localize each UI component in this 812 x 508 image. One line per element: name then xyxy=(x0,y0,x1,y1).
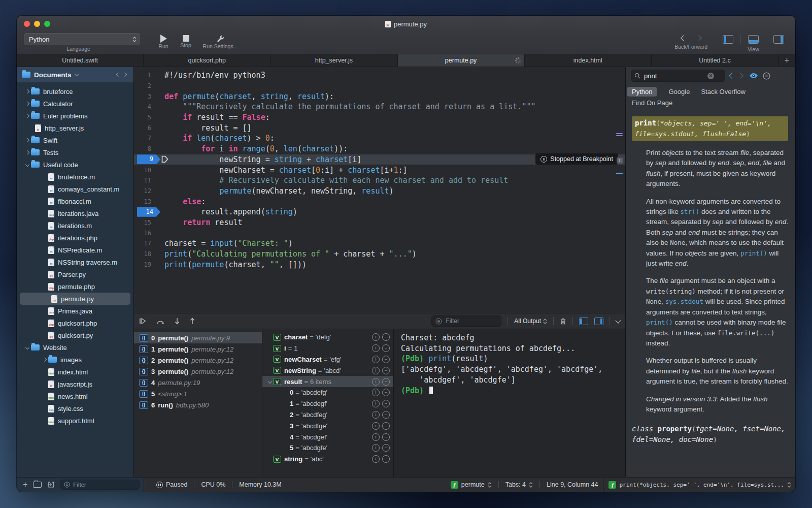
stack-frame-5[interactable]: {}5<string>:1 xyxy=(134,388,262,399)
disclosure-icon[interactable] xyxy=(24,163,31,166)
tree-item-NSString traverse.m[interactable]: mNSString traverse.m xyxy=(17,256,133,268)
disclosure-icon[interactable] xyxy=(24,139,31,142)
tree-item-fibonacci.m[interactable]: mfibonacci.m xyxy=(17,195,133,207)
gutter[interactable]: 6 xyxy=(134,124,159,132)
tree-item-Useful code[interactable]: Useful code xyxy=(17,158,133,171)
code-editor[interactable]: 1#!/usr/bin/env python323def permute(cha… xyxy=(134,67,625,313)
remove-icon[interactable]: – xyxy=(382,356,390,363)
docs-forward-icon[interactable] xyxy=(737,73,743,78)
toggle-left-panel-icon[interactable] xyxy=(723,35,733,44)
tabs-setting-select[interactable]: Tabs: 4 xyxy=(505,481,533,488)
tree-item-images[interactable]: images xyxy=(17,354,133,366)
tree-item-iterations.java[interactable]: javaiterations.java xyxy=(17,207,133,219)
debug-layout-right-icon[interactable] xyxy=(594,318,603,325)
sidebar-back-icon[interactable] xyxy=(116,73,120,77)
doc-code-link[interactable]: print() xyxy=(646,319,673,326)
info-icon[interactable]: i xyxy=(372,422,380,430)
minimize-button[interactable] xyxy=(34,21,40,27)
tree-item-permute.php[interactable]: phppermute.php xyxy=(17,280,133,293)
gutter[interactable]: 12 xyxy=(134,187,159,195)
disclosure-icon[interactable] xyxy=(24,151,31,154)
toggle-right-panel-icon[interactable] xyxy=(773,35,784,44)
info-icon[interactable]: i xyxy=(372,344,380,352)
doc-code-link[interactable]: sys.stdout xyxy=(665,298,703,305)
gutter[interactable]: 17 xyxy=(134,240,159,247)
sidebar-forward-icon[interactable] xyxy=(123,73,127,77)
tree-item-iterations.php[interactable]: phpiterations.php xyxy=(17,232,133,244)
variable-row-4[interactable]: 4='abcdgef'i– xyxy=(262,431,393,442)
tree-item-Parser.py[interactable]: pyParser.py xyxy=(17,268,133,280)
tree-item-Euler problems[interactable]: Euler problems xyxy=(17,110,133,122)
close-button[interactable] xyxy=(24,21,30,27)
remove-icon[interactable]: – xyxy=(382,444,390,452)
tree-item-javascript.js[interactable]: jsjavascript.js xyxy=(17,378,133,390)
tree-item-Swift[interactable]: Swift xyxy=(17,134,133,146)
sidebar-filter-field[interactable] xyxy=(60,480,140,490)
chevron-down-icon[interactable] xyxy=(267,379,272,384)
sidebar-filter-input[interactable] xyxy=(72,481,115,488)
back-icon[interactable] xyxy=(681,35,686,41)
gutter[interactable]: 11 xyxy=(134,177,159,184)
continue-button[interactable] xyxy=(139,318,146,325)
stack-frame-0[interactable]: {}0permute()permute.py:9 xyxy=(134,332,262,343)
variable-row-1[interactable]: 1='abcdegf'i– xyxy=(262,398,393,409)
variable-row-0[interactable]: 0='abcdefg'i– xyxy=(262,387,393,398)
gutter[interactable]: 2 xyxy=(134,82,159,89)
zoom-button[interactable] xyxy=(44,21,50,27)
docs-tab-python[interactable]: Python xyxy=(627,87,657,97)
tree-item-Primes.java[interactable]: javaPrimes.java xyxy=(17,305,133,317)
gutter[interactable]: 7 xyxy=(134,135,159,142)
run-button[interactable]: Run xyxy=(152,34,175,54)
remove-icon[interactable]: – xyxy=(382,433,390,441)
gutter[interactable]: 3 xyxy=(134,93,159,100)
clear-search-icon[interactable]: ✕ xyxy=(707,73,714,79)
clear-console-button[interactable] xyxy=(560,318,566,325)
variable-row-newCharset[interactable]: VnewCharset='efg'i– xyxy=(262,354,393,365)
disclosure-icon[interactable] xyxy=(24,102,31,105)
language-select[interactable]: Python xyxy=(24,33,140,45)
tree-item-quicksort.php[interactable]: phpquicksort.php xyxy=(17,317,133,329)
docs-search-field[interactable]: ✕ xyxy=(631,70,725,82)
remove-icon[interactable]: – xyxy=(382,389,390,396)
info-icon[interactable]: i xyxy=(372,389,380,396)
tab-Untitled 2.c[interactable]: Untitled 2.c xyxy=(652,54,779,67)
debug-layout-left-icon[interactable] xyxy=(579,318,588,325)
forward-icon[interactable] xyxy=(696,35,701,41)
reader-mode-icon[interactable] xyxy=(763,72,770,80)
gutter[interactable]: 8 xyxy=(134,145,159,152)
tab-http_server.js[interactable]: http_server.js xyxy=(270,54,397,67)
remove-icon[interactable]: – xyxy=(382,378,390,386)
tree-item-support.html[interactable]: htmlsupport.html xyxy=(17,415,133,427)
info-icon[interactable]: i xyxy=(372,333,380,341)
console-filter-input[interactable] xyxy=(445,317,497,325)
tree-item-permute.py[interactable]: pypermute.py xyxy=(20,293,130,305)
variable-row-charset[interactable]: Vcharset='defg'i– xyxy=(262,332,393,343)
docs-back-icon[interactable] xyxy=(729,73,734,78)
tree-item-Website[interactable]: Website xyxy=(17,341,133,354)
variable-row-2[interactable]: 2='abcdfeg'i– xyxy=(262,409,393,421)
stop-button[interactable]: Stop xyxy=(175,34,197,54)
remove-icon[interactable]: – xyxy=(382,367,390,374)
remove-icon[interactable]: – xyxy=(382,455,390,463)
tab-quicksort.php[interactable]: quicksort.php xyxy=(144,54,270,67)
variable-row-newString[interactable]: VnewString='abcd'i– xyxy=(262,365,393,376)
tree-item-conways_constant.m[interactable]: mconways_constant.m xyxy=(17,183,133,195)
stack-frame-2[interactable]: {}2permute()permute.py:12 xyxy=(134,355,262,366)
disclosure-icon[interactable] xyxy=(24,90,31,93)
remove-icon[interactable]: – xyxy=(382,422,390,430)
variable-row-5[interactable]: 5='abcdgfe'i– xyxy=(262,442,393,454)
step-into-button[interactable] xyxy=(175,318,180,325)
doc-code-link[interactable]: str() xyxy=(681,208,700,215)
remove-icon[interactable]: – xyxy=(382,344,390,352)
disclosure-icon[interactable] xyxy=(24,346,31,349)
remove-icon[interactable]: – xyxy=(382,333,390,341)
gutter[interactable]: 4 xyxy=(134,103,159,110)
new-folder-button[interactable] xyxy=(33,482,42,488)
breakpoint-marker[interactable]: 9 xyxy=(137,154,160,164)
tree-item-quicksort.py[interactable]: pyquicksort.py xyxy=(17,329,133,341)
remove-icon[interactable]: – xyxy=(382,411,390,419)
eye-icon[interactable] xyxy=(749,73,758,79)
add-file-button[interactable]: + xyxy=(23,482,27,487)
info-icon[interactable]: i xyxy=(372,411,380,419)
console-filter-field[interactable] xyxy=(431,315,501,327)
